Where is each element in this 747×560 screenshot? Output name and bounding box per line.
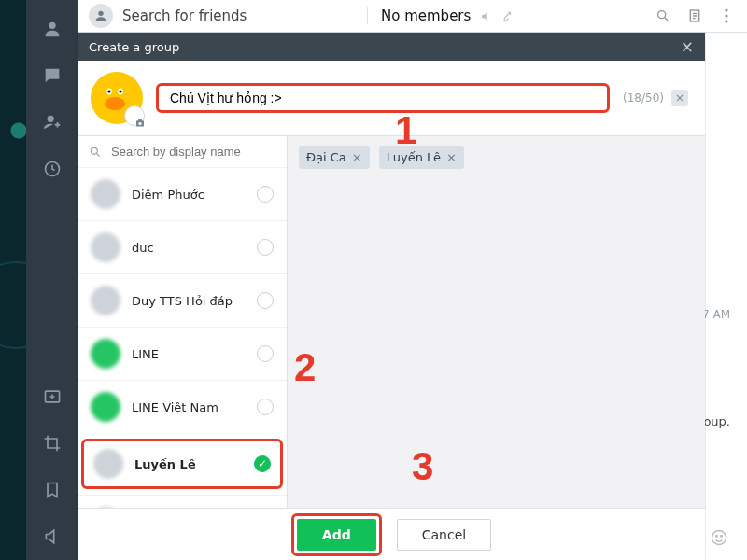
add-button[interactable]: Add — [297, 519, 376, 551]
friend-search-input[interactable] — [109, 144, 275, 160]
chip[interactable]: Đại Ca × — [299, 146, 370, 169]
selected-members-panel: Đại Ca × Luyến Lê × — [288, 136, 705, 508]
checkbox-unchecked-icon[interactable] — [257, 345, 274, 362]
checkbox-checked-icon[interactable]: ✓ — [254, 455, 271, 472]
svg-point-7 — [725, 8, 727, 11]
friend-list-panel: Diễm Phước duc Duy TTS Hỏi đáp — [78, 136, 288, 508]
share-icon[interactable] — [500, 8, 515, 23]
friend-search-bar[interactable]: Search for friends — [78, 4, 367, 28]
friend-name: Duy TTS Hỏi đáp — [132, 294, 257, 308]
avatar — [91, 392, 120, 422]
svg-point-5 — [658, 11, 666, 19]
add-button-highlight: Add — [291, 513, 382, 556]
app-shell: Search for friends No members — [26, 0, 747, 560]
svg-point-16 — [119, 90, 121, 92]
create-group-modal: Create a group × — [78, 33, 705, 560]
chip-remove-icon[interactable]: × — [352, 150, 362, 164]
svg-point-17 — [105, 97, 125, 110]
modal-header: Create a group × — [78, 33, 705, 61]
svg-point-8 — [725, 14, 727, 17]
list-item[interactable]: Mẫn TTS Hỏi Đáp — [78, 495, 287, 508]
svg-point-1 — [47, 116, 53, 122]
avatar — [91, 286, 120, 315]
chat-header: No members — [367, 7, 747, 24]
list-item-selected-highlight[interactable]: Luyến Lê ✓ — [81, 439, 283, 489]
chat-icon[interactable] — [40, 63, 64, 88]
person-icon — [89, 4, 113, 28]
avatar — [91, 232, 120, 262]
checkbox-unchecked-icon[interactable] — [257, 239, 274, 256]
more-icon[interactable] — [719, 8, 734, 23]
char-counter: (18/50) — [623, 91, 664, 105]
mute-icon[interactable] — [478, 8, 493, 23]
avatar — [91, 179, 120, 209]
list-item[interactable]: LINE — [78, 327, 287, 380]
list-item[interactable]: Duy TTS Hỏi đáp — [78, 273, 287, 327]
cancel-button[interactable]: Cancel — [397, 519, 491, 551]
friends-icon[interactable] — [40, 17, 64, 41]
sidebar — [26, 0, 78, 560]
close-icon[interactable]: × — [681, 37, 694, 56]
avatar — [91, 339, 120, 369]
step-annotation-2: 2 — [294, 345, 316, 390]
friend-name: LINE Việt Nam — [132, 400, 257, 414]
search-icon — [89, 146, 102, 159]
volume-icon[interactable] — [40, 525, 64, 549]
svg-point-0 — [49, 22, 55, 29]
chip-remove-icon[interactable]: × — [446, 150, 457, 164]
svg-point-4 — [98, 11, 103, 16]
friend-list: Diễm Phước duc Duy TTS Hỏi đáp — [78, 167, 287, 508]
svg-point-9 — [725, 20, 727, 22]
friend-search-placeholder: Search for friends — [122, 7, 247, 24]
group-name-bar: (18/50) × — [78, 61, 705, 136]
notes-icon[interactable] — [687, 8, 702, 23]
chip[interactable]: Luyến Lê × — [379, 146, 464, 169]
friend-search[interactable] — [78, 136, 287, 167]
list-item[interactable]: LINE Việt Nam — [78, 380, 287, 433]
bookmark-icon[interactable] — [40, 478, 64, 502]
step-annotation-3: 3 — [412, 444, 433, 489]
main-panel: Search for friends No members — [78, 0, 747, 560]
top-bar: Search for friends No members — [78, 0, 747, 33]
svg-point-18 — [138, 122, 141, 125]
modal-footer: Add Cancel — [78, 508, 705, 560]
chip-label: Đại Ca — [306, 150, 346, 164]
add-media-icon[interactable] — [40, 385, 64, 409]
friend-name: duc — [132, 241, 257, 255]
crop-icon[interactable] — [40, 431, 64, 455]
svg-point-12 — [721, 536, 723, 538]
group-name-input[interactable] — [168, 90, 598, 106]
chat-title: No members — [381, 7, 471, 24]
svg-point-15 — [107, 90, 110, 92]
friend-name: LINE — [132, 347, 257, 361]
clock-icon[interactable] — [40, 157, 64, 181]
checkbox-unchecked-icon[interactable] — [257, 186, 274, 203]
selected-chips: Đại Ca × Luyến Lê × — [299, 146, 694, 169]
emoji-icon[interactable] — [710, 528, 728, 547]
add-friend-icon[interactable] — [40, 110, 64, 134]
modal-title: Create a group — [89, 40, 179, 54]
svg-point-11 — [716, 536, 718, 538]
camera-icon[interactable] — [124, 105, 145, 126]
clear-name-icon[interactable]: × — [671, 90, 688, 106]
checkbox-unchecked-icon[interactable] — [257, 399, 274, 415]
svg-point-19 — [91, 147, 97, 154]
group-avatar[interactable] — [91, 72, 143, 124]
modal-body: Diễm Phước duc Duy TTS Hỏi đáp — [78, 136, 705, 508]
group-name-input-highlight — [156, 83, 610, 113]
search-icon[interactable] — [655, 8, 670, 23]
friend-name: Luyến Lê — [134, 457, 254, 471]
step-annotation-1: 1 — [395, 108, 416, 153]
checkbox-unchecked-icon[interactable] — [257, 292, 274, 309]
avatar — [93, 449, 123, 479]
list-item[interactable]: duc — [78, 220, 287, 273]
list-item[interactable]: Diễm Phước — [78, 167, 287, 220]
svg-point-10 — [712, 531, 726, 545]
friend-name: Diễm Phước — [132, 188, 257, 202]
